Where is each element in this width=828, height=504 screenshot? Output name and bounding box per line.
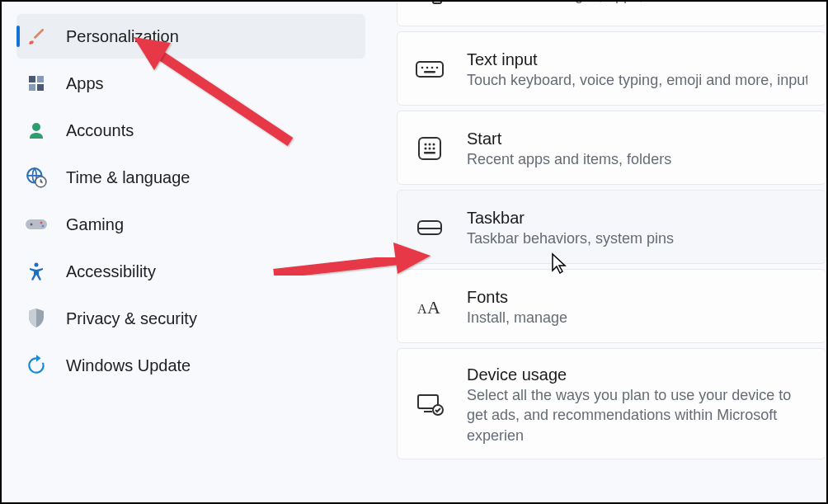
sidebar-item-accessibility[interactable]: Accessibility bbox=[16, 249, 365, 294]
card-text: Text input Touch keyboard, voice typing,… bbox=[467, 49, 807, 90]
svg-point-10 bbox=[42, 225, 45, 228]
sidebar-item-gaming[interactable]: Gaming bbox=[16, 202, 365, 247]
sidebar-item-label: Gaming bbox=[66, 215, 124, 234]
keyboard-icon bbox=[416, 55, 444, 83]
sidebar-item-accounts[interactable]: Accounts bbox=[16, 108, 365, 153]
accessibility-icon bbox=[25, 260, 48, 283]
svg-rect-3 bbox=[37, 84, 44, 91]
card-title: Fonts bbox=[467, 286, 807, 308]
update-icon bbox=[25, 354, 48, 377]
svg-rect-1 bbox=[37, 76, 44, 82]
svg-point-25 bbox=[429, 148, 431, 150]
sidebar-item-label: Accessibility bbox=[66, 262, 156, 281]
svg-point-21 bbox=[425, 144, 427, 146]
sidebar-item-label: Windows Update bbox=[66, 356, 191, 375]
gamepad-icon bbox=[25, 213, 48, 236]
card-subtitle: Lock screen images, apps, animations bbox=[467, 2, 807, 5]
sidebar-item-apps[interactable]: Apps bbox=[16, 61, 365, 106]
card-lock-screen[interactable]: Lock screen images, apps, animations bbox=[397, 2, 826, 26]
svg-point-26 bbox=[433, 148, 435, 150]
svg-rect-0 bbox=[29, 76, 35, 82]
start-icon bbox=[416, 134, 444, 163]
card-text: Start Recent apps and items, folders bbox=[467, 128, 807, 169]
sidebar-item-label: Time & language bbox=[66, 168, 190, 187]
sidebar-item-label: Apps bbox=[66, 74, 104, 93]
card-text-input[interactable]: Text input Touch keyboard, voice typing,… bbox=[397, 31, 826, 106]
sidebar-item-time-language[interactable]: Time & language bbox=[16, 155, 365, 200]
sidebar-item-label: Privacy & security bbox=[66, 309, 197, 328]
person-icon bbox=[25, 119, 48, 142]
taskbar-icon bbox=[416, 214, 444, 242]
svg-rect-7 bbox=[26, 219, 47, 229]
svg-rect-27 bbox=[424, 152, 435, 154]
svg-point-4 bbox=[32, 123, 40, 131]
sidebar: Personalization Apps Accounts Time & lan… bbox=[2, 2, 377, 502]
lock-screen-icon bbox=[416, 2, 444, 9]
svg-point-23 bbox=[433, 144, 435, 146]
card-start[interactable]: Start Recent apps and items, folders bbox=[397, 111, 826, 185]
svg-point-18 bbox=[436, 67, 439, 69]
svg-rect-19 bbox=[424, 71, 435, 73]
globe-clock-icon bbox=[25, 166, 48, 189]
svg-point-11 bbox=[35, 263, 39, 267]
card-title: Device usage bbox=[467, 364, 807, 385]
device-usage-icon bbox=[416, 390, 444, 418]
card-subtitle: Touch keyboard, voice typing, emoji and … bbox=[467, 70, 807, 90]
card-title: Taskbar bbox=[467, 207, 807, 228]
svg-text:A: A bbox=[417, 302, 427, 316]
sidebar-item-label: Personalization bbox=[66, 27, 179, 46]
sidebar-list: Personalization Apps Accounts Time & lan… bbox=[16, 14, 377, 388]
svg-point-22 bbox=[429, 144, 431, 146]
svg-point-15 bbox=[421, 67, 424, 69]
svg-point-9 bbox=[40, 222, 43, 224]
settings-content: Lock screen images, apps, animations Tex… bbox=[377, 2, 826, 502]
card-text: Device usage Select all the ways you pla… bbox=[467, 364, 807, 445]
sidebar-item-windows-update[interactable]: Windows Update bbox=[16, 343, 365, 388]
sidebar-item-privacy-security[interactable]: Privacy & security bbox=[16, 296, 365, 341]
svg-text:A: A bbox=[427, 297, 440, 318]
sidebar-item-label: Accounts bbox=[66, 121, 134, 140]
card-subtitle: Install, manage bbox=[467, 308, 807, 327]
brush-icon bbox=[25, 25, 48, 48]
svg-point-17 bbox=[431, 67, 434, 69]
svg-point-24 bbox=[425, 148, 427, 150]
apps-icon bbox=[25, 72, 48, 95]
shield-icon bbox=[25, 307, 48, 330]
fonts-icon: AA bbox=[416, 293, 444, 321]
card-subtitle: Recent apps and items, folders bbox=[467, 149, 807, 169]
card-taskbar[interactable]: Taskbar Taskbar behaviors, system pins bbox=[397, 190, 826, 264]
svg-rect-14 bbox=[416, 62, 443, 77]
sidebar-item-personalization[interactable]: Personalization bbox=[16, 14, 365, 59]
card-title: Text input bbox=[467, 49, 807, 70]
svg-rect-2 bbox=[29, 84, 35, 91]
svg-rect-13 bbox=[433, 2, 441, 3]
card-text: Taskbar Taskbar behaviors, system pins bbox=[467, 207, 807, 248]
card-text: Lock screen images, apps, animations bbox=[467, 2, 807, 5]
card-subtitle: Select all the ways you plan to use your… bbox=[467, 385, 807, 445]
card-subtitle: Taskbar behaviors, system pins bbox=[467, 228, 807, 248]
card-device-usage[interactable]: Device usage Select all the ways you pla… bbox=[397, 348, 826, 459]
svg-point-16 bbox=[426, 67, 429, 69]
card-fonts[interactable]: AA Fonts Install, manage bbox=[397, 269, 826, 343]
svg-point-8 bbox=[31, 224, 33, 226]
card-text: Fonts Install, manage bbox=[467, 286, 807, 327]
card-title: Start bbox=[467, 128, 807, 149]
